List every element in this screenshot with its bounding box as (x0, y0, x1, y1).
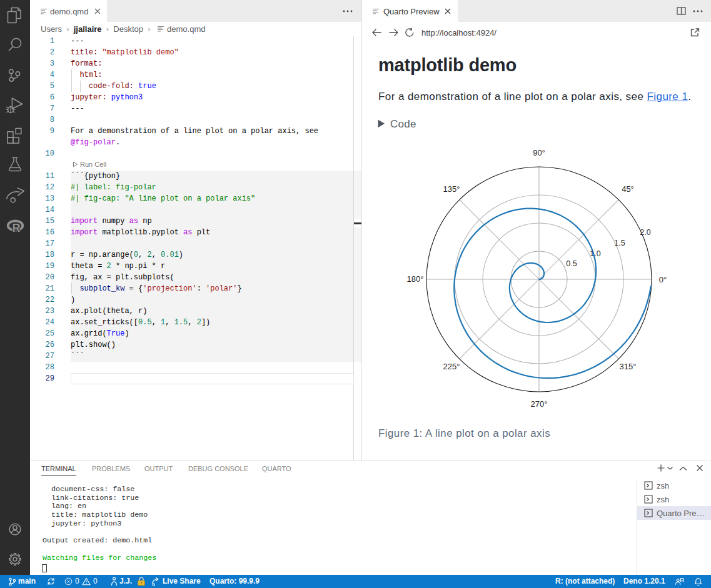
svg-text:225°: 225° (443, 362, 460, 371)
svg-text:315°: 315° (620, 362, 637, 371)
svg-text:2.0: 2.0 (640, 228, 650, 237)
svg-text:1.5: 1.5 (614, 239, 625, 247)
svg-text:135°: 135° (443, 184, 460, 194)
svg-text:0°: 0° (659, 275, 667, 284)
svg-text:0.5: 0.5 (566, 259, 577, 268)
svg-text:270°: 270° (531, 399, 548, 409)
svg-text:90°: 90° (533, 148, 545, 157)
svg-text:45°: 45° (622, 184, 634, 194)
svg-text:R: R (13, 222, 21, 234)
svg-text:180°: 180° (407, 274, 424, 284)
svg-text:1.0: 1.0 (590, 249, 600, 258)
